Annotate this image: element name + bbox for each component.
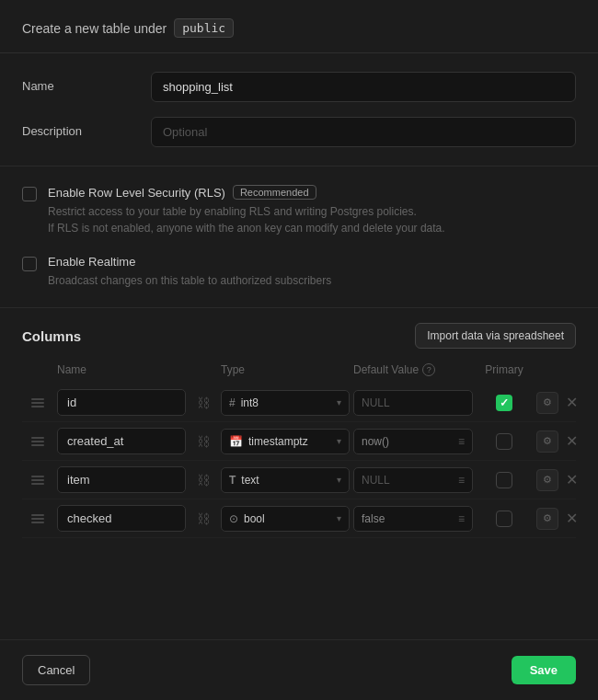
drag-handle-item[interactable]	[26, 472, 53, 488]
realtime-checkbox[interactable]	[22, 257, 37, 271]
import-spreadsheet-button[interactable]: Import data via spreadsheet	[415, 323, 576, 349]
rls-desc1: Restrict access to your table by enablin…	[48, 203, 576, 220]
drag-handle-created-at[interactable]	[26, 433, 53, 450]
type-select-checked[interactable]: ⊙ bool ▾	[221, 506, 350, 532]
primary-checkbox-item[interactable]	[496, 472, 512, 488]
primary-checkbox-checked[interactable]	[496, 511, 512, 527]
list-icon-item: ≡	[458, 474, 465, 487]
form-section: Name Description	[0, 53, 598, 166]
realtime-row: Enable Realtime Broadcast changes on thi…	[22, 255, 576, 289]
primary-cell-item	[477, 472, 532, 488]
columns-title: Columns	[22, 328, 81, 344]
default-value-info-icon: ?	[422, 363, 435, 376]
column-name-checked[interactable]	[57, 505, 186, 532]
default-value-checked[interactable]: false ≡	[353, 506, 473, 532]
type-name-checked: bool	[244, 512, 331, 525]
rls-label: Enable Row Level Security (RLS)	[48, 186, 225, 200]
type-name-item: text	[241, 474, 331, 487]
type-chevron-created-at: ▾	[337, 436, 341, 446]
realtime-label-row: Enable Realtime	[48, 255, 576, 269]
create-table-modal: Create a new table under public Name Des…	[0, 0, 598, 700]
row-actions-id: ⚙ ✕	[535, 392, 581, 414]
link-icon-id: ⛓	[190, 396, 217, 410]
default-value-item[interactable]: NULL ≡	[353, 467, 473, 493]
checkboxes-section: Enable Row Level Security (RLS) Recommen…	[0, 166, 598, 308]
columns-table-header: Name Type Default Value ? Primary	[22, 363, 576, 384]
name-row: Name	[22, 72, 576, 102]
col-name-header: Name	[57, 363, 186, 376]
type-select-created-at[interactable]: 📅 timestamptz ▾	[221, 429, 350, 454]
gear-button-id[interactable]: ⚙	[536, 392, 558, 414]
header-prefix: Create a new table under	[22, 21, 167, 36]
primary-cell-checked	[477, 511, 532, 527]
name-label: Name	[22, 72, 151, 93]
table-row: ⛓ T text ▾ NULL ≡ ⚙ ✕	[22, 461, 576, 499]
primary-checkbox-id[interactable]: ✓	[496, 395, 512, 411]
type-name-created-at: timestamptz	[248, 435, 331, 448]
col-type-header: Type	[221, 363, 350, 376]
column-name-id[interactable]	[57, 389, 186, 416]
rls-checkbox[interactable]	[22, 187, 37, 201]
type-icon-checked: ⊙	[229, 512, 238, 525]
modal-footer: Cancel Save	[0, 639, 598, 700]
header-title: Create a new table under public	[22, 18, 576, 38]
primary-cell-created-at	[477, 433, 532, 450]
default-value-created-at[interactable]: now() ≡	[353, 429, 473, 454]
table-row: ⛓ ⊙ bool ▾ false ≡ ⚙ ✕	[22, 499, 576, 538]
description-row: Description	[22, 117, 576, 147]
table-row: ⛓ # int8 ▾ NULL ✓ ⚙ ✕	[22, 384, 576, 422]
save-button[interactable]: Save	[512, 656, 576, 684]
delete-button-item[interactable]: ✕	[562, 469, 581, 490]
rls-row: Enable Row Level Security (RLS) Recommen…	[22, 185, 576, 236]
recommended-badge: Recommended	[233, 185, 316, 200]
col-default-header: Default Value ?	[353, 363, 473, 376]
row-actions-created-at: ⚙ ✕	[535, 430, 581, 453]
delete-button-id[interactable]: ✕	[562, 392, 581, 413]
type-select-item[interactable]: T text ▾	[221, 467, 350, 493]
rls-desc2: If RLS is not enabled, anyone with the a…	[48, 220, 576, 236]
gear-button-checked[interactable]: ⚙	[536, 508, 558, 530]
name-input[interactable]	[151, 72, 576, 102]
gear-button-item[interactable]: ⚙	[536, 469, 558, 491]
description-label: Description	[22, 117, 151, 138]
delete-button-checked[interactable]: ✕	[562, 508, 581, 529]
columns-section: Columns Import data via spreadsheet Name…	[0, 308, 598, 639]
list-icon-checked: ≡	[458, 512, 465, 525]
link-icon-item: ⛓	[190, 473, 217, 488]
type-chevron-item: ▾	[337, 475, 341, 485]
rls-text: Enable Row Level Security (RLS) Recommen…	[48, 185, 576, 236]
columns-header: Columns Import data via spreadsheet	[22, 323, 576, 349]
realtime-label: Enable Realtime	[48, 255, 135, 269]
realtime-text: Enable Realtime Broadcast changes on thi…	[48, 255, 576, 289]
type-select-id[interactable]: # int8 ▾	[221, 390, 350, 416]
row-actions-item: ⚙ ✕	[535, 469, 581, 491]
column-name-created-at[interactable]	[57, 428, 186, 454]
default-value-id[interactable]: NULL	[353, 390, 473, 416]
drag-handle-checked[interactable]	[26, 511, 53, 527]
type-chevron-checked: ▾	[337, 513, 341, 523]
drag-handle-id[interactable]	[26, 395, 53, 411]
link-icon-checked: ⛓	[190, 511, 217, 526]
table-row: ⛓ 📅 timestamptz ▾ now() ≡ ⚙ ✕	[22, 422, 576, 461]
gear-button-created-at[interactable]: ⚙	[536, 430, 558, 453]
col-primary-header: Primary	[477, 363, 532, 376]
row-actions-checked: ⚙ ✕	[535, 508, 581, 530]
type-chevron-id: ▾	[337, 397, 341, 407]
realtime-desc: Broadcast changes on this table to autho…	[48, 272, 576, 289]
primary-cell-id: ✓	[477, 395, 532, 411]
list-icon-created-at: ≡	[458, 435, 465, 448]
primary-checkbox-created-at[interactable]	[496, 433, 512, 450]
link-icon-created-at: ⛓	[190, 434, 217, 449]
delete-button-created-at[interactable]: ✕	[562, 430, 581, 452]
rls-label-row: Enable Row Level Security (RLS) Recommen…	[48, 185, 576, 200]
description-input[interactable]	[151, 117, 576, 147]
schema-badge: public	[174, 18, 234, 38]
type-icon-item: T	[229, 474, 236, 487]
type-icon-created-at: 📅	[229, 435, 243, 448]
type-name-id: int8	[241, 396, 331, 409]
cancel-button[interactable]: Cancel	[22, 655, 90, 685]
type-icon-id: #	[229, 396, 236, 409]
modal-header: Create a new table under public	[0, 0, 598, 53]
column-name-item[interactable]	[57, 466, 186, 493]
